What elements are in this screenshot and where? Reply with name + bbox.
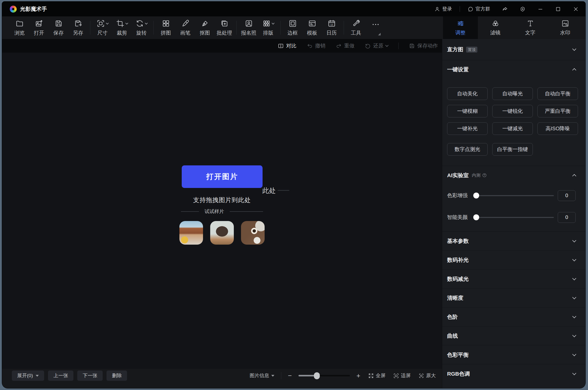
delete-button[interactable]: 删除: [107, 371, 127, 381]
section-rgb-tone[interactable]: RGB色调: [442, 364, 585, 383]
tab-adjust[interactable]: 调整: [443, 16, 478, 39]
sample-thumbnail-portrait[interactable]: [210, 221, 234, 245]
chevron-down-icon[interactable]: [572, 371, 576, 375]
pin-top-badge[interactable]: 置顶: [466, 47, 477, 53]
chevron-up-icon[interactable]: [572, 174, 576, 178]
save-action-button[interactable]: 保存动作: [409, 42, 438, 49]
section-curves[interactable]: 曲线: [442, 326, 585, 345]
severe-white-balance-button[interactable]: 严重白平衡: [537, 105, 578, 117]
toolbar-item-id-photo[interactable]: 报名照: [239, 19, 258, 36]
toolbar-item-save-as[interactable]: 另存: [68, 19, 88, 36]
chevron-down-icon[interactable]: [106, 22, 109, 24]
close-icon[interactable]: [573, 6, 579, 12]
tab-filters[interactable]: 滤镜: [478, 16, 513, 39]
chevron-down-icon[interactable]: [572, 333, 576, 337]
auto-exposure-button[interactable]: 自动曝光: [492, 87, 533, 100]
toolbar-item-open[interactable]: 打开: [29, 19, 49, 36]
chevron-down-icon[interactable]: [572, 352, 576, 356]
color-enhance-slider[interactable]: [474, 195, 554, 196]
toolbar-label: 边框: [287, 29, 298, 36]
fit-screen-button[interactable]: 适屏: [393, 372, 411, 379]
chevron-down-icon[interactable]: [272, 22, 274, 24]
chevron-down-icon[interactable]: [572, 238, 576, 242]
next-image-button[interactable]: 下一张: [77, 371, 103, 381]
minimize-icon[interactable]: [537, 6, 543, 12]
image-info-button[interactable]: 图片信息: [250, 372, 274, 379]
one-key-sharpen-button[interactable]: 一键锐化: [492, 105, 533, 117]
section-digital-fill-light[interactable]: 数码补光: [442, 250, 585, 269]
chevron-down-icon[interactable]: [385, 44, 389, 47]
zoom-out-button[interactable]: −: [288, 372, 292, 379]
previous-image-button[interactable]: 上一张: [48, 371, 73, 381]
one-key-section-header[interactable]: 一键设置: [442, 60, 585, 78]
chevron-down-icon[interactable]: [572, 314, 576, 318]
open-image-button[interactable]: 打开图片: [182, 165, 263, 188]
settings-icon[interactable]: [520, 6, 526, 12]
toolbar-item-cutout[interactable]: 抠图: [195, 19, 215, 36]
actual-size-button[interactable]: 原大: [418, 372, 436, 379]
chevron-up-icon[interactable]: [572, 68, 576, 72]
zoom-slider[interactable]: [298, 375, 350, 376]
toolbar-item-tools[interactable]: 工具: [346, 19, 366, 36]
ai-lab-section-header[interactable]: AI实验室 内测: [442, 166, 585, 185]
sample-thumbnail-canyon-bus[interactable]: [179, 221, 203, 245]
chevron-down-icon[interactable]: [572, 295, 576, 299]
chevron-down-icon[interactable]: [125, 22, 128, 24]
chevron-down-icon[interactable]: [572, 257, 576, 261]
section-levels[interactable]: 色阶: [442, 307, 585, 326]
login-button[interactable]: 登录: [434, 6, 452, 12]
toolbar-item-rotate[interactable]: 旋转: [132, 19, 151, 36]
toolbar-item-crop[interactable]: 裁剪: [112, 19, 132, 36]
auto-white-balance-button[interactable]: 自动白平衡: [537, 87, 578, 100]
toolbar-item-calendar[interactable]: 12 日历: [322, 19, 341, 36]
toolbar-item-template[interactable]: 模板: [302, 19, 322, 36]
toolbar-label: 尺寸: [97, 29, 108, 36]
official-group-button[interactable]: 官方群: [468, 6, 490, 12]
tab-text[interactable]: 文字: [513, 16, 548, 39]
maximize-icon[interactable]: [555, 6, 561, 12]
white-balance-one-touch-button[interactable]: 白平衡一指键: [492, 143, 533, 156]
toolbar-item-save[interactable]: 保存: [49, 19, 68, 36]
section-digital-dim-light[interactable]: 数码减光: [442, 269, 585, 288]
high-iso-denoise-button[interactable]: 高ISO降噪: [537, 122, 578, 135]
smart-beauty-value[interactable]: 0: [558, 212, 576, 223]
histogram-section-header[interactable]: 直方图 置顶: [442, 39, 585, 60]
template-icon: [308, 19, 316, 28]
section-clarity[interactable]: 清晰度: [442, 288, 585, 307]
digital-spot-metering-button[interactable]: 数字点测光: [447, 143, 488, 156]
one-key-dim-light-button[interactable]: 一键减光: [492, 122, 533, 135]
toolbar-item-resize[interactable]: 尺寸: [93, 19, 112, 36]
toolbar-item-browse[interactable]: 浏览: [10, 19, 29, 36]
corner-triangle-icon: [378, 33, 381, 35]
expand-button[interactable]: 展开(0): [12, 371, 44, 381]
slider-thumb[interactable]: [473, 214, 479, 220]
smart-beauty-slider[interactable]: [474, 217, 554, 218]
fullscreen-button[interactable]: 全屏: [368, 372, 385, 379]
help-question-icon[interactable]: [482, 173, 487, 178]
toolbar-item-collage[interactable]: 拼图: [156, 19, 176, 36]
chevron-down-icon[interactable]: [145, 22, 148, 24]
chevron-down-icon[interactable]: [572, 276, 576, 280]
toolbar-item-frame[interactable]: 边框: [283, 19, 302, 36]
auto-beautify-button[interactable]: 自动美化: [447, 87, 488, 100]
one-key-fill-light-button[interactable]: 一键补光: [447, 122, 488, 135]
share-icon[interactable]: [502, 6, 508, 12]
sample-thumbnail-desk[interactable]: [241, 221, 265, 245]
compare-button[interactable]: 对比: [278, 42, 296, 49]
undo-button[interactable]: 撤销: [307, 42, 325, 49]
toolbar-item-batch[interactable]: 批处理: [215, 19, 234, 36]
toolbar-item-brush[interactable]: 画笔: [176, 19, 195, 36]
section-basic-params[interactable]: 基本参数: [442, 231, 585, 250]
zoom-slider-thumb[interactable]: [314, 372, 320, 379]
one-key-blur-button[interactable]: 一键模糊: [447, 105, 488, 117]
toolbar-item-more[interactable]: [366, 20, 385, 35]
slider-thumb[interactable]: [473, 193, 479, 198]
color-enhance-value[interactable]: 0: [558, 190, 576, 201]
redo-button[interactable]: 重做: [336, 42, 354, 49]
tab-watermark[interactable]: 水印: [548, 16, 583, 39]
toolbar-item-layout[interactable]: 排版: [258, 19, 278, 36]
section-color-balance[interactable]: 色彩平衡: [442, 345, 585, 364]
reset-button[interactable]: 还原: [365, 42, 388, 49]
zoom-in-button[interactable]: +: [356, 372, 360, 379]
chevron-down-icon[interactable]: [572, 47, 576, 51]
